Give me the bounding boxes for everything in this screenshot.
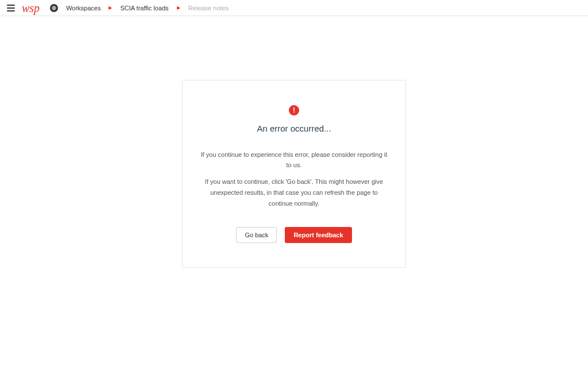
- error-card: ! An error occurred... If you continue t…: [182, 80, 406, 268]
- breadcrumb-scia-traffic-loads[interactable]: SCIA traffic loads: [120, 5, 168, 11]
- error-message-1: If you continue to experience this error…: [200, 149, 388, 171]
- error-title: An error occurred...: [200, 124, 388, 133]
- error-message-2: If you want to continue, click 'Go back'…: [200, 176, 388, 209]
- globe-icon: [50, 4, 58, 12]
- wsp-logo[interactable]: wsp: [22, 2, 40, 14]
- error-actions: Go back Report feedback: [200, 227, 388, 243]
- top-header: wsp Workspaces ▶ SCIA traffic loads ▶ Re…: [0, 0, 588, 16]
- main-content: ! An error occurred... If you continue t…: [0, 16, 588, 366]
- error-icon: !: [289, 105, 299, 115]
- report-feedback-button[interactable]: Report feedback: [285, 227, 351, 243]
- chevron-right-icon: ▶: [109, 5, 112, 10]
- chevron-right-icon: ▶: [177, 5, 180, 10]
- hamburger-menu-icon[interactable]: [7, 3, 16, 13]
- breadcrumb: Workspaces ▶ SCIA traffic loads ▶ Releas…: [50, 4, 229, 12]
- breadcrumb-workspaces[interactable]: Workspaces: [66, 5, 100, 11]
- breadcrumb-release-notes: Release notes: [188, 5, 229, 11]
- go-back-button[interactable]: Go back: [236, 227, 277, 243]
